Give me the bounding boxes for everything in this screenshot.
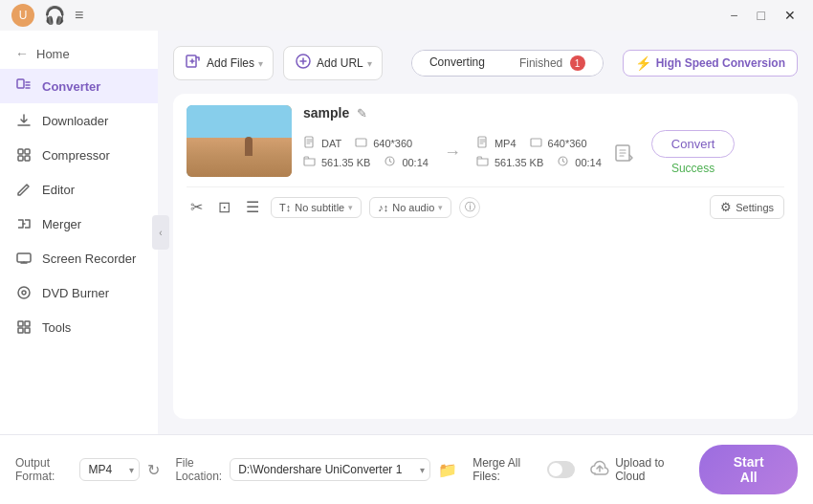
target-size: 561.35 KB [494, 157, 543, 168]
add-url-button[interactable]: Add URL ▾ [283, 46, 383, 80]
svg-rect-1 [18, 149, 23, 154]
downloader-icon [15, 112, 33, 129]
file-actions: ✂ ⊡ ☰ T↕ No subtitle ▾ ♪↕ No audio ▾ ⓘ ⚙… [187, 186, 784, 219]
screen-recorder-icon [15, 250, 33, 267]
merger-label: Merger [42, 217, 81, 231]
output-format-refresh-button[interactable]: ↻ [147, 461, 160, 479]
settings-label: Settings [736, 202, 774, 213]
file-location-select[interactable]: D:\Wondershare UniConverter 1 [230, 458, 430, 481]
maximize-button[interactable]: □ [752, 6, 771, 25]
window-controls: − □ ✕ [724, 6, 802, 25]
source-size-row: 561.35 KB 00:14 [303, 155, 428, 169]
cut-button[interactable]: ✂ [187, 196, 207, 218]
sidebar-item-downloader[interactable]: Downloader [0, 103, 158, 138]
svg-rect-2 [25, 149, 30, 154]
source-format: DAT [321, 138, 341, 149]
back-arrow-icon: ← [15, 46, 29, 61]
svg-point-7 [22, 291, 26, 295]
edit-icon[interactable]: ✎ [357, 106, 367, 121]
add-files-button[interactable]: Add Files ▾ [173, 46, 274, 80]
file-location-field: File Location: D:\Wondershare UniConvert… [175, 456, 457, 483]
avatar: U [11, 4, 34, 27]
convert-actions: Convert Success [651, 130, 736, 175]
compressor-label: Compressor [42, 148, 110, 163]
sidebar-item-merger[interactable]: Merger [0, 207, 158, 241]
source-resolution-icon [355, 136, 367, 150]
converter-label: Converter [42, 79, 100, 94]
file-name-row: sample ✎ [303, 105, 784, 121]
audio-icon: ♪↕ [378, 202, 388, 213]
source-format-block: DAT 640*360 [303, 136, 428, 169]
file-name: sample [303, 105, 349, 121]
titlebar: U 🎧 ≡ − □ ✕ [0, 0, 813, 31]
effect-button[interactable]: ☰ [242, 196, 263, 218]
start-all-button[interactable]: Start All [699, 445, 798, 494]
target-size-row: 561.35 KB 00:14 [476, 155, 602, 169]
svg-rect-11 [25, 328, 30, 333]
sidebar-item-screen-recorder[interactable]: Screen Recorder [0, 241, 158, 275]
browse-folder-button[interactable]: 📁 [438, 461, 457, 479]
speed-conversion-button[interactable]: ⚡ High Speed Conversion [623, 50, 798, 77]
merge-all-files-field: Merge All Files: [472, 456, 575, 483]
svg-rect-18 [531, 139, 541, 146]
upload-cloud-label: Upload to Cloud [615, 456, 684, 483]
crop-button[interactable]: ⊡ [214, 196, 234, 218]
source-size: 561.35 KB [321, 157, 370, 168]
sidebar-item-tools[interactable]: Tools [0, 310, 158, 344]
svg-rect-0 [17, 79, 24, 88]
tab-converting[interactable]: Converting [412, 51, 502, 76]
merge-label: Merge All Files: [472, 456, 540, 483]
settings-button[interactable]: ⚙ Settings [710, 195, 784, 219]
target-duration: 00:14 [575, 157, 602, 168]
merge-toggle-switch[interactable] [547, 461, 576, 478]
target-clock-icon [557, 155, 569, 169]
sidebar-item-editor[interactable]: Editor [0, 172, 158, 207]
sidebar: ← Home Converter Downloader [0, 31, 158, 434]
svg-rect-3 [18, 156, 23, 161]
editor-label: Editor [42, 183, 75, 197]
target-resolution-icon [530, 136, 542, 150]
subtitle-label: No subtitle [295, 202, 344, 213]
add-url-label: Add URL [317, 56, 363, 70]
video-thumbnail [187, 105, 292, 177]
svg-rect-4 [25, 156, 30, 161]
output-action-icon [613, 142, 636, 164]
app-body: ← Home Converter Downloader [0, 31, 813, 434]
add-url-icon [294, 52, 313, 75]
bottom-bar: Output Format: MP4 ▾ ↻ File Location: D:… [0, 434, 813, 504]
menu-icon[interactable]: ≡ [75, 7, 83, 24]
source-file-icon [303, 136, 316, 150]
svg-rect-10 [18, 328, 23, 333]
file-row: sample ✎ [187, 105, 784, 177]
target-folder-icon [476, 155, 489, 169]
upload-cloud-button[interactable]: Upload to Cloud [590, 456, 684, 483]
file-info: sample ✎ [303, 105, 784, 175]
info-button[interactable]: ⓘ [459, 197, 480, 218]
target-file-icon [476, 136, 489, 150]
editor-icon [15, 181, 33, 198]
tab-finished[interactable]: Finished 1 [502, 51, 603, 76]
svg-rect-8 [18, 321, 23, 326]
thumb-figure [245, 137, 253, 156]
convert-button[interactable]: Convert [651, 130, 736, 158]
svg-rect-9 [25, 321, 30, 326]
sidebar-item-converter[interactable]: Converter [0, 69, 158, 103]
audio-label: No audio [392, 202, 434, 213]
output-format-select[interactable]: MP4 [79, 458, 140, 481]
source-duration: 00:14 [402, 157, 428, 168]
upload-cloud-icon [590, 460, 609, 480]
headset-icon[interactable]: 🎧 [44, 5, 65, 26]
audio-select[interactable]: ♪↕ No audio ▾ [369, 197, 451, 218]
close-button[interactable]: ✕ [779, 6, 802, 25]
sidebar-item-dvd-burner[interactable]: DVD Burner [0, 275, 158, 310]
dvd-burner-icon [15, 284, 33, 301]
sidebar-collapse-button[interactable]: ‹ [152, 215, 169, 250]
sidebar-item-compressor[interactable]: Compressor [0, 138, 158, 172]
minimize-button[interactable]: − [724, 6, 743, 25]
source-clock-icon [384, 155, 396, 169]
conversion-arrow-icon: → [444, 142, 461, 163]
home-nav[interactable]: ← Home [0, 38, 158, 69]
settings-gear-icon: ⚙ [720, 200, 732, 214]
format-info: DAT 640*360 [303, 130, 784, 175]
subtitle-select[interactable]: T↕ No subtitle ▾ [271, 197, 362, 218]
